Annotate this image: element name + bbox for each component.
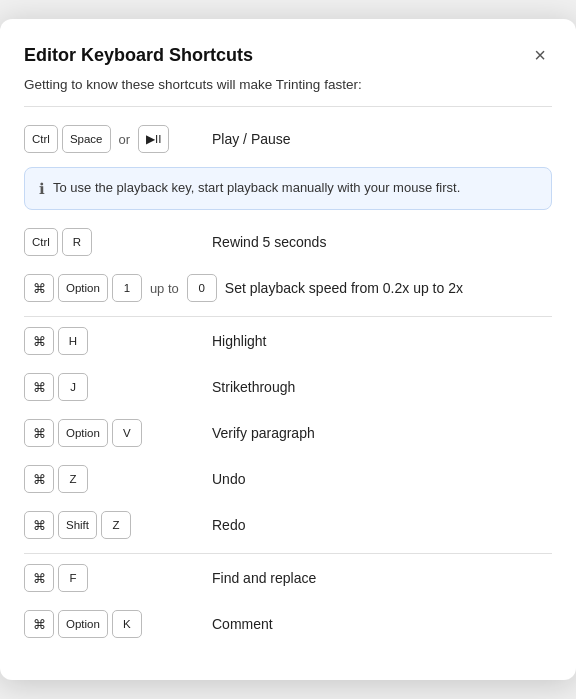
keys-play-pause: Ctrl Space or ▶II xyxy=(24,125,204,153)
key-ctrl: Ctrl xyxy=(24,125,58,153)
key-cmd-comment: ⌘ xyxy=(24,610,54,638)
key-space: Space xyxy=(62,125,111,153)
shortcut-row-find: ⌘ F Find and replace xyxy=(24,560,552,596)
keys-speed: ⌘ Option 1 up to 0 xyxy=(24,274,217,302)
up-to-separator: up to xyxy=(150,281,179,296)
shortcut-row-verify: ⌘ Option V Verify paragraph xyxy=(24,415,552,451)
key-v: V xyxy=(112,419,142,447)
shortcut-row-highlight: ⌘ H Highlight xyxy=(24,323,552,359)
divider-section2 xyxy=(24,553,552,554)
keys-highlight: ⌘ H xyxy=(24,327,204,355)
or-separator: or xyxy=(119,132,131,147)
key-cmd-find: ⌘ xyxy=(24,564,54,592)
key-shift-redo: Shift xyxy=(58,511,97,539)
key-0: 0 xyxy=(187,274,217,302)
modal-header: Editor Keyboard Shortcuts × xyxy=(24,43,552,67)
key-cmd-speed: ⌘ xyxy=(24,274,54,302)
modal-subtitle: Getting to know these shortcuts will mak… xyxy=(24,77,552,92)
key-h: H xyxy=(58,327,88,355)
label-speed: Set playback speed from 0.2x up to 2x xyxy=(225,280,463,296)
label-undo: Undo xyxy=(212,471,245,487)
modal-title: Editor Keyboard Shortcuts xyxy=(24,45,253,66)
key-cmd-verify: ⌘ xyxy=(24,419,54,447)
label-redo: Redo xyxy=(212,517,245,533)
key-ctrl-rewind: Ctrl xyxy=(24,228,58,256)
key-j: J xyxy=(58,373,88,401)
key-cmd-redo: ⌘ xyxy=(24,511,54,539)
key-option-comment: Option xyxy=(58,610,108,638)
info-box: ℹ To use the playback key, start playbac… xyxy=(24,167,552,210)
divider-top xyxy=(24,106,552,107)
key-cmd-undo: ⌘ xyxy=(24,465,54,493)
shortcut-row-undo: ⌘ Z Undo xyxy=(24,461,552,497)
key-option-verify: Option xyxy=(58,419,108,447)
keys-undo: ⌘ Z xyxy=(24,465,204,493)
label-highlight: Highlight xyxy=(212,333,266,349)
keys-strikethrough: ⌘ J xyxy=(24,373,204,401)
shortcut-row-strikethrough: ⌘ J Strikethrough xyxy=(24,369,552,405)
shortcut-row-play-pause: Ctrl Space or ▶II Play / Pause xyxy=(24,121,552,157)
shortcut-row-speed: ⌘ Option 1 up to 0 Set playback speed fr… xyxy=(24,270,552,306)
keys-comment: ⌘ Option K xyxy=(24,610,204,638)
shortcut-row-rewind: Ctrl R Rewind 5 seconds xyxy=(24,224,552,260)
key-1: 1 xyxy=(112,274,142,302)
key-cmd-strike: ⌘ xyxy=(24,373,54,401)
label-verify: Verify paragraph xyxy=(212,425,315,441)
label-find: Find and replace xyxy=(212,570,316,586)
key-option-speed: Option xyxy=(58,274,108,302)
keyboard-shortcuts-modal: Editor Keyboard Shortcuts × Getting to k… xyxy=(0,19,576,680)
keys-verify: ⌘ Option V xyxy=(24,419,204,447)
shortcut-row-redo: ⌘ Shift Z Redo xyxy=(24,507,552,543)
divider-section1 xyxy=(24,316,552,317)
key-cmd-highlight: ⌘ xyxy=(24,327,54,355)
label-comment: Comment xyxy=(212,616,273,632)
key-k: K xyxy=(112,610,142,638)
keys-redo: ⌘ Shift Z xyxy=(24,511,204,539)
info-text: To use the playback key, start playback … xyxy=(53,179,460,197)
label-strikethrough: Strikethrough xyxy=(212,379,295,395)
label-play-pause: Play / Pause xyxy=(212,131,291,147)
close-button[interactable]: × xyxy=(528,43,552,67)
shortcut-row-comment: ⌘ Option K Comment xyxy=(24,606,552,642)
keys-find: ⌘ F xyxy=(24,564,204,592)
label-rewind: Rewind 5 seconds xyxy=(212,234,326,250)
key-r: R xyxy=(62,228,92,256)
key-z-undo: Z xyxy=(58,465,88,493)
keys-rewind: Ctrl R xyxy=(24,228,204,256)
key-play-pause: ▶II xyxy=(138,125,169,153)
key-f: F xyxy=(58,564,88,592)
info-icon: ℹ xyxy=(39,180,45,198)
key-z-redo: Z xyxy=(101,511,131,539)
